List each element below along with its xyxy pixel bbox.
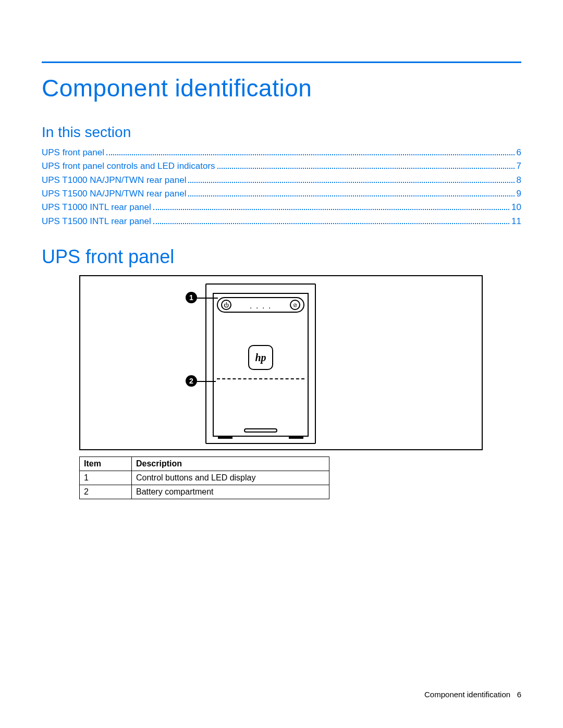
- foot-right: [289, 437, 303, 439]
- toc-page: 10: [511, 201, 521, 214]
- ups-device-illustration: ⏻ · · · · ⊘ hp: [205, 283, 316, 444]
- toc-page: 9: [517, 187, 521, 201]
- figure-container: 1 2 ⏻ · · · · ⊘: [79, 275, 483, 450]
- led-icon: ·: [268, 303, 272, 306]
- table-cell-desc: Battery compartment: [132, 485, 329, 499]
- toc-list: UPS front panel 6 UPS front panel contro…: [42, 146, 521, 228]
- toc-leader: [217, 161, 515, 169]
- toc-item[interactable]: UPS front panel controls and LED indicat…: [42, 159, 521, 173]
- toc-label: UPS T1500 NA/JPN/TWN rear panel: [42, 187, 186, 201]
- toc-label: UPS T1000 NA/JPN/TWN rear panel: [42, 174, 186, 187]
- led-icon: ·: [262, 303, 265, 306]
- table-cell-item: 2: [80, 485, 132, 499]
- toc-label: UPS T1500 INTL rear panel: [42, 215, 151, 228]
- led-indicators: · · · ·: [250, 303, 272, 306]
- led-icon: ·: [256, 303, 259, 306]
- toc-page: 8: [517, 174, 521, 187]
- section-heading: UPS front panel: [42, 246, 521, 268]
- callout-number: 2: [189, 377, 193, 385]
- bottom-vent: [244, 428, 277, 433]
- page-title: Component identification: [42, 74, 521, 102]
- ups-front-panel-figure: 1 2 ⏻ · · · · ⊘: [79, 275, 483, 450]
- table-row: 1 Control buttons and LED display: [80, 471, 329, 485]
- top-rule: [42, 61, 521, 63]
- toc-page: 6: [517, 146, 521, 159]
- toc-label: UPS T1000 INTL rear panel: [42, 201, 151, 214]
- toc-item[interactable]: UPS T1500 NA/JPN/TWN rear panel 9: [42, 187, 521, 201]
- table-header-item: Item: [80, 457, 132, 471]
- led-icon: ·: [250, 303, 253, 306]
- document-page: Component identification In this section…: [0, 0, 563, 728]
- callout-number: 1: [189, 293, 193, 302]
- footer-page-number: 6: [517, 690, 521, 699]
- toc-label: UPS front panel: [42, 146, 104, 159]
- footer-section: Component identification: [424, 690, 510, 699]
- toc-item[interactable]: UPS front panel 6: [42, 146, 521, 159]
- control-strip: ⏻ · · · · ⊘: [217, 297, 304, 313]
- callout-2-marker: 2: [186, 375, 197, 387]
- test-button-icon: ⊘: [290, 300, 300, 310]
- component-table: Item Description 1 Control buttons and L…: [79, 456, 329, 499]
- table-header-desc: Description: [132, 457, 329, 471]
- toc-leader: [188, 189, 514, 196]
- toc-leader: [188, 175, 514, 182]
- table-row: 2 Battery compartment: [80, 485, 329, 499]
- toc-item[interactable]: UPS T1500 INTL rear panel 11: [42, 215, 521, 228]
- table-header-row: Item Description: [80, 457, 329, 471]
- logo-text: hp: [255, 352, 266, 364]
- battery-compartment: [216, 379, 305, 427]
- toc-label: UPS front panel controls and LED indicat…: [42, 159, 215, 173]
- page-footer: Component identification 6: [424, 690, 521, 699]
- toc-page: 11: [511, 215, 521, 228]
- callout-1-marker: 1: [186, 292, 197, 303]
- toc-heading: In this section: [42, 124, 521, 141]
- toc-leader: [106, 147, 515, 155]
- toc-page: 7: [517, 159, 521, 173]
- table-cell-item: 1: [80, 471, 132, 485]
- toc-item[interactable]: UPS T1000 INTL rear panel 10: [42, 201, 521, 214]
- power-button-icon: ⏻: [221, 300, 231, 310]
- table-cell-desc: Control buttons and LED display: [132, 471, 329, 485]
- toc-leader: [153, 202, 509, 210]
- toc-leader: [153, 216, 509, 224]
- foot-left: [218, 437, 232, 439]
- hp-logo: hp: [248, 345, 273, 370]
- toc-item[interactable]: UPS T1000 NA/JPN/TWN rear panel 8: [42, 174, 521, 187]
